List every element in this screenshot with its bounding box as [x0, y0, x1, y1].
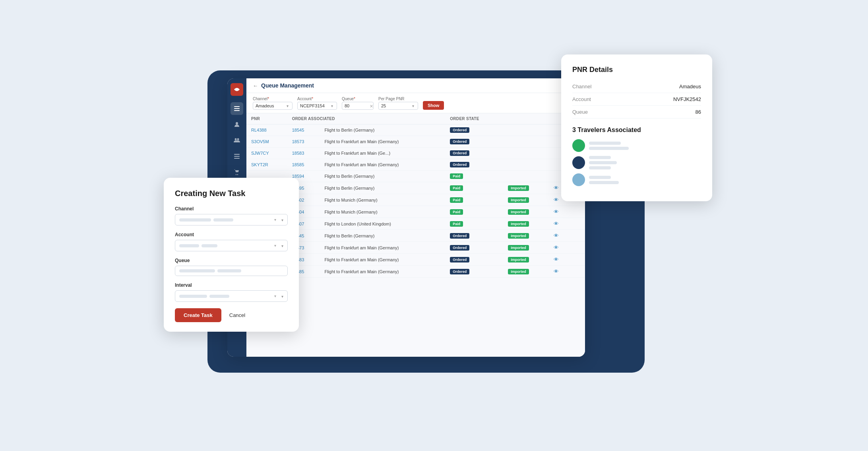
account-form-select[interactable]: ▾ — [175, 240, 288, 251]
channel-select[interactable]: Amadeus — [253, 102, 293, 110]
eye-icon[interactable]: 👁 — [554, 185, 559, 191]
eye-icon[interactable]: 👁 — [554, 257, 559, 262]
cell-imported: Imported — [503, 218, 549, 230]
cell-flight: Flight to Berlin (Germany) — [320, 230, 445, 242]
channel-form-select[interactable]: ▾ — [175, 214, 288, 226]
cell-state: Paid — [445, 171, 503, 182]
cell-imported: Imported — [503, 242, 549, 254]
channel-placeholder-bar1 — [179, 218, 211, 222]
cell-extra — [571, 206, 585, 218]
queue-placeholder-bar2 — [217, 269, 241, 272]
sidebar-item-layers[interactable] — [231, 102, 243, 115]
cell-state: Ordered — [445, 159, 503, 171]
account-select-wrap: NCEPF3154 — [297, 102, 337, 110]
svg-point-10 — [237, 174, 238, 175]
pnr-account-row: Account NVFJK2542 — [572, 93, 701, 106]
back-button[interactable]: ← — [253, 83, 258, 89]
cell-pnr: SKYT2R — [246, 159, 287, 171]
cell-imported: Imported — [503, 194, 549, 206]
app-logo — [231, 83, 243, 96]
eye-icon[interactable]: 👁 — [554, 209, 559, 215]
cell-state: Paid — [445, 218, 503, 230]
state-badge: Paid — [450, 173, 463, 179]
cell-order: 18585 — [287, 159, 320, 171]
imported-badge: Imported — [508, 197, 529, 203]
interval-placeholder-bar1 — [179, 295, 207, 298]
queue-field: Queue — [175, 258, 288, 276]
queue-form-input[interactable] — [175, 266, 288, 276]
state-badge: Ordered — [450, 162, 469, 167]
account-field: Account ▾ — [175, 232, 288, 251]
cell-imported — [503, 159, 549, 171]
channel-select-wrap: Amadeus — [253, 102, 293, 110]
pnr-link[interactable]: RL4388 — [251, 128, 267, 132]
account-select[interactable]: NCEPF3154 — [297, 102, 337, 110]
traveler-row-2 — [572, 156, 701, 169]
per-page-filter-label: Per Page PNR — [378, 97, 418, 101]
svg-point-4 — [235, 138, 237, 140]
state-badge: Paid — [450, 209, 463, 215]
cell-eye: 👁 — [549, 218, 571, 230]
topbar: ← Queue Management — [246, 78, 585, 93]
col-state: Order State — [445, 113, 503, 124]
sidebar-item-group[interactable] — [231, 134, 243, 147]
pnr-link[interactable]: SJW7CY — [251, 151, 269, 156]
form-actions: Create Task Cancel — [175, 308, 288, 322]
cell-flight: Flight to Frankfurt am Main (Germany) — [320, 266, 445, 278]
queue-filter-label: Queue* — [342, 97, 374, 101]
cell-state: Paid — [445, 182, 503, 194]
cell-flight: Flight to Frankfurt am Main (Germany) — [320, 159, 445, 171]
eye-icon[interactable]: 👁 — [554, 197, 559, 203]
svg-rect-7 — [234, 156, 240, 157]
eye-icon[interactable]: 👁 — [554, 268, 559, 274]
pnr-details-panel: PNR Details Channel Amadeus Account NVFJ… — [561, 54, 712, 201]
svg-rect-0 — [234, 106, 240, 107]
queue-input[interactable] — [342, 102, 374, 110]
cell-pnr: SJW7CY — [246, 148, 287, 159]
pnr-link[interactable]: SKYT2R — [251, 162, 268, 167]
cell-flight: Flight to Munich (Germany) — [320, 194, 445, 206]
cell-eye: 👁 — [549, 254, 571, 266]
channel-placeholder-bar2 — [213, 218, 233, 222]
cancel-button[interactable]: Cancel — [226, 308, 248, 322]
table-header-row: PNR Order Associated Order State — [246, 113, 585, 124]
sidebar-item-cart[interactable] — [231, 166, 243, 179]
table-row: RL4388 18545 Flight to Berlin (Germany) … — [246, 124, 585, 136]
cell-flight: Flight to Frankfurt am Main (Germany) — [320, 242, 445, 254]
imported-badge: Imported — [508, 209, 529, 215]
account-placeholder-bar1 — [179, 244, 199, 247]
eye-icon[interactable]: 👁 — [554, 245, 559, 251]
cell-state: Ordered — [445, 136, 503, 148]
cell-state: Paid — [445, 206, 503, 218]
interval-form-select[interactable]: ▾ — [175, 290, 288, 302]
state-badge: Ordered — [450, 127, 469, 133]
cell-extra — [571, 242, 585, 254]
per-page-filter-group: Per Page PNR 25 — [378, 97, 418, 110]
pnr-link[interactable]: S3OV5M — [251, 139, 269, 144]
eye-icon[interactable]: 👁 — [554, 221, 559, 227]
cell-imported: Imported — [503, 266, 549, 278]
pnr-channel-val: Amadeus — [679, 84, 701, 89]
travelers-section: 3 Travelers Associated — [572, 126, 701, 186]
task-form-title: Creating New Task — [175, 189, 288, 198]
traveler-bars-2 — [589, 156, 617, 169]
traveler-avatar-2 — [572, 156, 585, 169]
cell-eye: 👁 — [549, 242, 571, 254]
account-field-label: Account — [175, 232, 288, 237]
traveler-row-3 — [572, 173, 701, 186]
state-badge: Ordered — [450, 257, 469, 262]
interval-field: Interval ▾ — [175, 282, 288, 302]
imported-badge: Imported — [508, 257, 529, 262]
svg-rect-8 — [234, 158, 240, 159]
account-filter-group: Account* NCEPF3154 — [297, 97, 337, 110]
sidebar-item-list[interactable] — [231, 150, 243, 163]
create-task-button[interactable]: Create Task — [175, 308, 221, 322]
table-row: SJW7CY 18583 Flight to Frankfurt am Main… — [246, 148, 585, 159]
show-button[interactable]: Show — [423, 101, 444, 110]
state-badge: Ordered — [450, 233, 469, 239]
cell-flight: Flight to Berlin (Germany) — [320, 171, 445, 182]
sidebar-item-users[interactable] — [231, 118, 243, 131]
eye-icon[interactable]: 👁 — [554, 233, 559, 239]
per-page-select[interactable]: 25 — [378, 102, 418, 110]
traveler-avatar-1 — [572, 139, 585, 152]
